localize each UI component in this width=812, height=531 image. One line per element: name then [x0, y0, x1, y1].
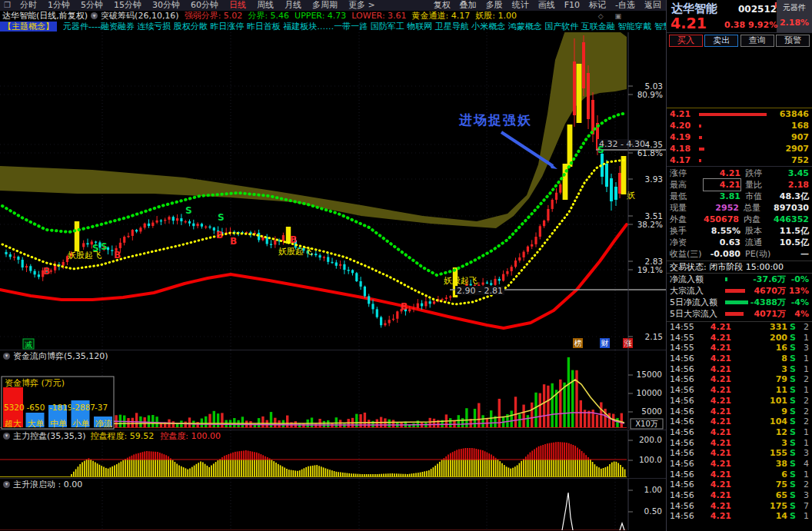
tx-volume: 75: [731, 480, 787, 490]
menu-tool-叠加[interactable]: 叠加: [460, 0, 477, 11]
tx-count: 3: [798, 448, 809, 459]
tx-price: 4.21: [696, 364, 731, 375]
stat-value: 8.55%: [704, 225, 740, 237]
svg-text:小单: 小单: [72, 419, 90, 429]
svg-text:80.9%: 80.9%: [637, 90, 663, 99]
stat-value: 4.21: [704, 179, 740, 191]
menu-tool-多股[interactable]: 多股: [486, 0, 503, 11]
tx-direction: S: [787, 427, 798, 438]
menu-period-更多 >[interactable]: 更多 >: [348, 0, 375, 11]
tx-volume: 11: [731, 385, 787, 396]
buy-button[interactable]: 买入: [669, 35, 703, 47]
svg-text:B: B: [401, 301, 408, 312]
period-menu-items: 分时1分钟5分钟15分钟30分钟60分钟日线周线月线多周期更多 >: [15, 0, 381, 11]
main-candlestick-chart[interactable]: 4.32 - 4.302.90 - 2.81BBBBBBSSSSS妖股起飞妖股起…: [0, 32, 666, 350]
tx-count: 2: [798, 480, 809, 490]
tx-direction: S: [787, 343, 798, 353]
bid-volume: 63846: [780, 109, 809, 119]
alert-button[interactable]: 预警: [776, 35, 810, 47]
concept-text[interactable]: 元器件----融资融券 连续亏损 股权分散 昨日涨停 昨日首板 福建板块……一带…: [63, 22, 666, 32]
tx-time: 14:56: [670, 501, 696, 512]
tx-count: 1: [798, 353, 809, 364]
stat-label: 净资: [670, 237, 704, 248]
flow-value: -37.6万: [753, 274, 786, 285]
pane-collapse-icon[interactable]: ▾: [3, 481, 10, 488]
transaction-row: 14:564.21155S3: [667, 448, 812, 459]
wave-chart[interactable]: 1.000.50: [0, 479, 666, 531]
flow-value: 4071万: [754, 308, 786, 320]
bid-queue[interactable]: 4.21638464.201684.199074.1829074.17752: [667, 108, 812, 166]
quote-header: 达华智能 002512 R 元器件 2.18% 4.21 0.38 9.92%: [667, 0, 812, 33]
stat-row: 净资0.63流通10.5亿: [667, 237, 812, 248]
tx-price: 4.21: [696, 322, 731, 333]
window-icon[interactable]: ❐: [4, 0, 11, 11]
svg-text:-1819: -1819: [49, 403, 73, 412]
price-change: 0.38: [724, 20, 745, 30]
transaction-row: 14:564.21101S2: [667, 396, 812, 407]
menu-tool-统计[interactable]: 统计: [512, 0, 529, 11]
svg-text:X10万: X10万: [635, 420, 658, 428]
trade-status: 交易状态: 闭市阶段 15:00:00: [667, 261, 812, 274]
chart-corner-icons[interactable]: ◇ ▣: [598, 11, 626, 22]
menu-period-多周期[interactable]: 多周期: [312, 0, 338, 11]
menu-period-30分钟[interactable]: 30分钟: [152, 0, 180, 11]
svg-text:19.1%: 19.1%: [637, 265, 663, 274]
stat-label: PE(动): [745, 248, 776, 260]
indicator-name: 突破筹码(26,10,16): [101, 11, 179, 22]
bid-volume-bar: [699, 113, 767, 116]
concept-chip[interactable]: 【主题概念】: [0, 22, 57, 32]
sector-chip[interactable]: 元器件 2.18%: [777, 0, 812, 32]
tx-direction: S: [787, 417, 798, 427]
menu-tool-F10[interactable]: F10: [564, 0, 580, 11]
menu-period-1分钟[interactable]: 1分钟: [48, 0, 70, 11]
volume-chart[interactable]: 资金博弈 (万元)5320超大-650大单-1819中单-2887小单-37净流…: [0, 350, 666, 430]
sell-button[interactable]: 卖出: [704, 35, 738, 47]
menu-period-日线[interactable]: 日线: [229, 0, 246, 11]
stat-value: 2952: [703, 202, 739, 214]
indicator-value: UPPER: 4.73: [295, 11, 346, 22]
pane-collapse-icon[interactable]: ▾: [3, 353, 10, 360]
transaction-row: 14:564.213S1: [667, 364, 812, 375]
menu-period-5分钟[interactable]: 5分钟: [81, 0, 103, 11]
tx-price: 4.21: [696, 417, 731, 427]
tx-volume: 9: [731, 407, 787, 417]
menu-period-月线[interactable]: 月线: [285, 0, 301, 11]
tx-count: 3: [798, 490, 809, 501]
svg-text:B: B: [216, 230, 223, 241]
tx-time: 14:56: [670, 511, 696, 522]
tx-direction: S: [787, 333, 798, 343]
tx-price: 4.21: [696, 448, 731, 459]
flow-bar: [725, 312, 744, 316]
stat-value: 48.3亿: [776, 191, 809, 202]
flow-label: 5日大宗流入: [670, 308, 725, 320]
menu-period-15分钟[interactable]: 15分钟: [114, 0, 141, 11]
svg-text:2.15: 2.15: [645, 332, 663, 341]
menu-tool-复权[interactable]: 复权: [434, 0, 451, 11]
menu-tool-标记[interactable]: 标记: [589, 0, 606, 11]
main-chart-pane: 4.32 - 4.302.90 - 2.81BBBBBBSSSSS妖股起飞妖股起…: [0, 32, 666, 350]
tx-volume: 3: [731, 364, 787, 375]
tx-time: 14:55: [670, 333, 696, 343]
tx-volume: 38: [731, 459, 787, 470]
bid-volume-bar: [699, 124, 701, 128]
menu-tool-画线[interactable]: 画线: [538, 0, 555, 11]
tx-direction: S: [787, 322, 798, 333]
pane-collapse-icon[interactable]: ▾: [3, 433, 10, 440]
menu-period-60分钟[interactable]: 60分钟: [191, 0, 218, 11]
query-button[interactable]: 查询: [740, 35, 774, 47]
svg-text:财: 财: [601, 339, 609, 347]
flow-row: 5日大宗流入4071万4%: [667, 308, 812, 320]
stat-value: 3.45: [776, 168, 809, 179]
tx-time: 14:55: [670, 343, 696, 353]
menu-tool-返回[interactable]: 返回: [644, 0, 661, 11]
menu-period-周线[interactable]: 周线: [257, 0, 274, 11]
tx-price: 4.21: [696, 511, 731, 522]
tx-price: 4.21: [696, 343, 731, 353]
tx-price: 4.21: [696, 385, 731, 396]
menu-tool--自选[interactable]: -自选: [615, 0, 635, 11]
menu-period-分时[interactable]: 分时: [20, 0, 37, 11]
collapse-icon[interactable]: ▾: [91, 12, 98, 19]
stat-value: 3.81: [704, 191, 740, 202]
tx-time: 14:56: [670, 374, 696, 385]
transaction-list[interactable]: 14:554.21331S214:554.21200S114:554.2116S…: [667, 321, 812, 522]
